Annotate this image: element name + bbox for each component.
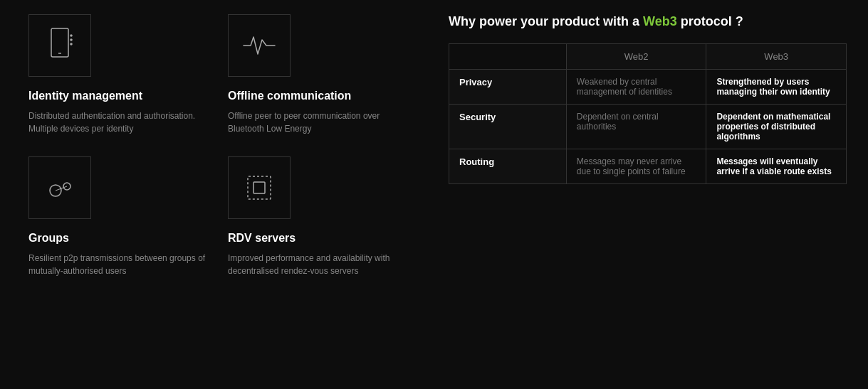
row-label-security: Security	[449, 105, 567, 149]
rdv-icon-box	[228, 156, 291, 219]
comparison-heading: Why power your product with a Web3 proto…	[449, 14, 847, 29]
table-row: SecurityDependent on central authorities…	[449, 105, 847, 149]
identity-icon-box	[28, 14, 91, 77]
rdv-desc: Improved performance and availability wi…	[228, 252, 406, 277]
svg-point-4	[70, 43, 72, 45]
heading-post: protocol ?	[677, 14, 743, 28]
row-web3-security: Dependent on mathematical properties of …	[706, 105, 847, 149]
rdv-icon	[241, 169, 278, 206]
row-web2-security: Dependent on central authorities	[566, 105, 706, 149]
wave-icon	[241, 31, 278, 60]
row-web2-routing: Messages may never arrive due to single …	[566, 149, 706, 184]
svg-point-2	[70, 35, 72, 36]
svg-rect-9	[253, 182, 265, 193]
row-web2-privacy: Weakened by central management of identi…	[566, 70, 706, 105]
table-row: RoutingMessages may never arrive due to …	[449, 149, 847, 184]
feature-identity: Identity management Distributed authenti…	[21, 14, 221, 156]
svg-rect-0	[51, 28, 68, 57]
right-section: Why power your product with a Web3 proto…	[420, 14, 847, 184]
groups-desc: Resilient p2p transmissions between grou…	[28, 252, 206, 277]
row-web3-routing: Messages will eventually arrive if a via…	[706, 149, 847, 184]
left-section: Identity management Distributed authenti…	[21, 14, 420, 299]
col-label-header	[449, 44, 567, 70]
svg-point-3	[70, 39, 72, 41]
table-header-row: Web2 Web3	[449, 44, 847, 70]
offline-desc: Offline peer to peer communication over …	[228, 110, 406, 135]
feature-groups: Groups Resilient p2p transmissions betwe…	[21, 156, 221, 299]
row-label-routing: Routing	[449, 149, 567, 184]
row-label-privacy: Privacy	[449, 70, 567, 105]
groups-title: Groups	[28, 232, 206, 245]
feature-offline: Offline communication Offline peer to pe…	[221, 14, 420, 156]
mobile-icon	[46, 27, 74, 64]
heading-web3: Web3	[643, 14, 677, 28]
heading-pre: Why power your product with a	[449, 14, 643, 28]
col-web3-header: Web3	[706, 44, 847, 70]
identity-title: Identity management	[28, 90, 206, 102]
col-web2-header: Web2	[566, 44, 706, 70]
groups-icon	[41, 169, 78, 206]
row-web3-privacy: Strengthened by users managing their own…	[706, 70, 847, 105]
feature-rdv: RDV servers Improved performance and ava…	[221, 156, 420, 299]
svg-rect-8	[248, 176, 271, 199]
offline-title: Offline communication	[228, 90, 406, 102]
table-row: PrivacyWeakened by central management of…	[449, 70, 847, 105]
comparison-table: Web2 Web3 PrivacyWeakened by central man…	[449, 43, 847, 184]
features-grid: Identity management Distributed authenti…	[21, 14, 420, 299]
rdv-title: RDV servers	[228, 232, 406, 245]
groups-icon-box	[28, 156, 91, 219]
identity-desc: Distributed authentication and authorisa…	[28, 110, 206, 135]
offline-icon-box	[228, 14, 291, 77]
